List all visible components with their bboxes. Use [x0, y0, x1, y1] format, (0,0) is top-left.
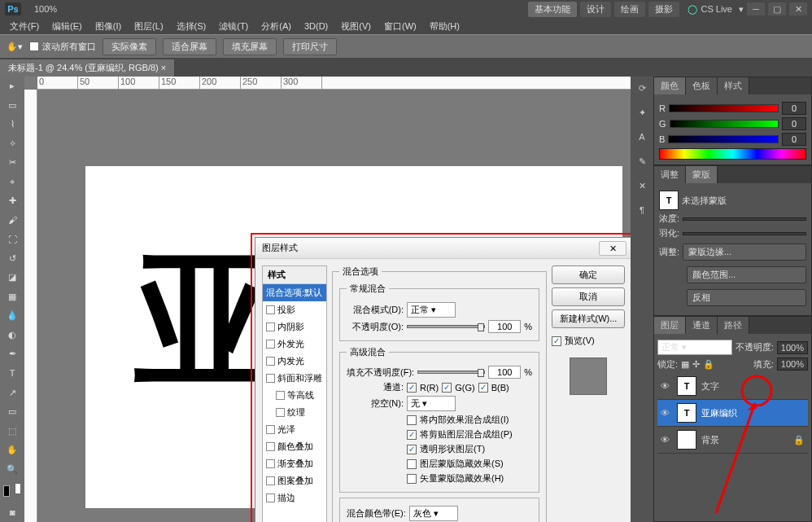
wand-tool-icon[interactable]: ✧ [0, 134, 24, 154]
shape-tool-icon[interactable]: ▭ [0, 402, 24, 422]
3d-tool-icon[interactable]: ⬚ [0, 421, 24, 441]
adv-check-0[interactable] [407, 415, 417, 425]
channel-b-checkbox[interactable] [478, 383, 488, 393]
cslive-button[interactable]: CS Live [701, 4, 732, 14]
style-item-contour[interactable]: 等高线 [263, 387, 326, 404]
menu-3d[interactable]: 3D(D) [298, 20, 334, 33]
layer-name[interactable]: 文字 [701, 380, 719, 393]
layer-row-text[interactable]: 👁 T 文字 [657, 373, 808, 400]
fill-opacity-slider[interactable] [417, 371, 485, 374]
document-tab[interactable]: 未标题-1 @ 24.4% (亚麻编织, RGB/8) × [0, 59, 175, 77]
style-item-texture[interactable]: 纹理 [263, 404, 326, 421]
menu-edit[interactable]: 编辑(E) [46, 19, 89, 34]
tab-paths[interactable]: 路径 [718, 317, 749, 334]
gradient-tool-icon[interactable]: ▦ [0, 287, 24, 307]
dialog-close-button[interactable]: ✕ [599, 241, 626, 256]
menu-help[interactable]: 帮助(H) [423, 19, 466, 34]
style-item-gradientoverlay[interactable]: 渐变叠加 [263, 455, 326, 472]
style-item-innershadow[interactable]: 内阴影 [263, 318, 326, 336]
visibility-icon[interactable]: 👁 [661, 381, 672, 391]
navigator-panel-icon[interactable]: ✦ [634, 104, 650, 121]
layer-blendmode-select[interactable]: 正常 ▾ [657, 340, 732, 355]
layer-fill-input[interactable]: 100% [777, 358, 808, 371]
style-item-dropshadow[interactable]: 投影 [263, 301, 326, 318]
density-input[interactable] [683, 217, 806, 221]
tab-masks[interactable]: 蒙版 [686, 166, 718, 183]
dialog-titlebar[interactable]: 图层样式 ✕ [255, 238, 631, 259]
tab-styles[interactable]: 样式 [718, 77, 749, 94]
menu-image[interactable]: 图像(I) [89, 19, 128, 34]
quickmask-icon[interactable]: ◙ [0, 502, 24, 522]
style-item-coloroverlay[interactable]: 颜色叠加 [263, 438, 326, 455]
workspace-tab-photo[interactable]: 摄影 [648, 2, 679, 17]
type-tool-icon[interactable]: T [0, 364, 24, 384]
move-tool-icon[interactable]: ▸ [0, 77, 24, 96]
style-item-bevel[interactable]: 斜面和浮雕 [263, 370, 326, 387]
tab-layers[interactable]: 图层 [654, 317, 686, 334]
scroll-all-checkbox[interactable] [29, 42, 39, 51]
b-value[interactable]: 0 [782, 133, 806, 146]
print-size-button[interactable]: 打印尺寸 [283, 38, 337, 55]
actual-pixels-button[interactable]: 实际像素 [103, 38, 156, 55]
history-panel-icon[interactable]: ⟳ [634, 80, 650, 96]
channel-r-checkbox[interactable] [407, 383, 417, 393]
opacity-slider[interactable] [407, 325, 485, 328]
tab-swatches[interactable]: 色板 [686, 77, 718, 94]
minimize-button[interactable]: ─ [747, 2, 765, 15]
lock-all-icon[interactable]: 🔒 [703, 359, 714, 370]
lock-pixels-icon[interactable]: ▦ [681, 359, 689, 370]
cancel-button[interactable]: 取消 [552, 287, 625, 306]
style-item-outerglow[interactable]: 外发光 [263, 336, 326, 353]
style-item-satin[interactable]: 光泽 [263, 421, 326, 438]
marquee-tool-icon[interactable]: ▭ [0, 96, 24, 116]
history-brush-tool-icon[interactable]: ↺ [0, 249, 24, 269]
menu-select[interactable]: 选择(S) [170, 19, 213, 34]
visibility-icon[interactable]: 👁 [661, 435, 672, 445]
ok-button[interactable]: 确定 [552, 265, 625, 284]
tab-color[interactable]: 颜色 [654, 77, 686, 94]
lock-position-icon[interactable]: ✢ [692, 359, 700, 370]
color-range-button[interactable]: 颜色范围... [687, 266, 806, 283]
tab-adjustments[interactable]: 调整 [654, 166, 686, 183]
menu-analysis[interactable]: 分析(A) [255, 19, 298, 34]
visibility-icon[interactable]: 👁 [661, 408, 672, 418]
fit-screen-button[interactable]: 适合屏幕 [163, 38, 216, 55]
workspace-tab-paint[interactable]: 绘画 [614, 2, 645, 17]
lasso-tool-icon[interactable]: ⌇ [0, 115, 24, 134]
brush-tool-icon[interactable]: 🖌 [0, 211, 24, 230]
layer-opacity-input[interactable]: 100% [777, 341, 808, 354]
knockout-select[interactable]: 无 ▾ [407, 396, 456, 411]
channel-g-checkbox[interactable] [442, 383, 452, 393]
workspace-tab-basic[interactable]: 基本功能 [528, 2, 577, 17]
new-style-button[interactable]: 新建样式(W)... [552, 309, 625, 328]
mask-edge-button[interactable]: 蒙版边缘... [683, 243, 806, 261]
menu-view[interactable]: 视图(V) [334, 19, 378, 34]
layer-name[interactable]: 背景 [701, 434, 719, 446]
adv-check-1[interactable] [407, 430, 417, 440]
heal-tool-icon[interactable]: ✚ [0, 191, 24, 211]
zoom-tool-icon[interactable]: 🔍 [0, 459, 24, 479]
blend-mode-select[interactable]: 正常 ▾ [407, 302, 456, 318]
brush-panel-icon[interactable]: ✎ [634, 153, 650, 169]
layer-row-background[interactable]: 👁 背景 🔒 [657, 427, 808, 454]
close-button[interactable]: ✕ [789, 2, 807, 15]
g-slider[interactable] [670, 120, 779, 128]
feather-input[interactable] [683, 232, 806, 235]
opacity-input[interactable] [488, 320, 521, 333]
eraser-tool-icon[interactable]: ◪ [0, 268, 24, 287]
fill-screen-button[interactable]: 填充屏幕 [223, 38, 277, 55]
r-value[interactable]: 0 [782, 102, 806, 115]
menu-window[interactable]: 窗口(W) [378, 19, 423, 34]
blend-if-select[interactable]: 灰色 ▾ [409, 506, 458, 521]
adv-check-2[interactable] [407, 445, 417, 454]
tab-channels[interactable]: 通道 [686, 317, 718, 334]
style-item-patternoverlay[interactable]: 图案叠加 [263, 472, 326, 489]
style-item-blending[interactable]: 混合选项:默认 [263, 284, 326, 301]
dodge-tool-icon[interactable]: ◐ [0, 326, 24, 345]
style-item-stroke[interactable]: 描边 [263, 489, 326, 507]
layer-name[interactable]: 亚麻编织 [701, 407, 737, 419]
hue-bar[interactable] [659, 148, 806, 160]
blur-tool-icon[interactable]: 💧 [0, 306, 24, 326]
r-slider[interactable] [669, 104, 779, 112]
char-panel-icon[interactable]: A [634, 129, 650, 145]
